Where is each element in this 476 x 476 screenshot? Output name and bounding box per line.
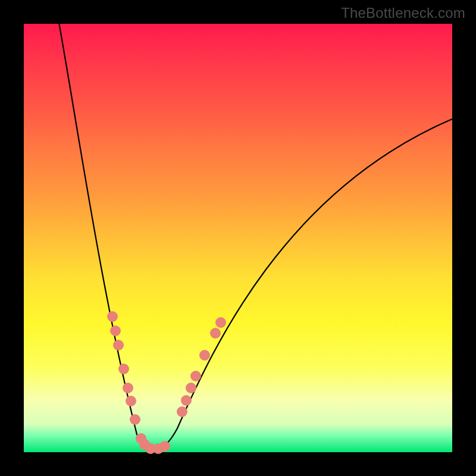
data-dot: [159, 441, 170, 452]
data-dot: [186, 383, 196, 393]
data-dot: [190, 371, 201, 381]
curve-svg: [24, 24, 452, 452]
plot-area: [24, 24, 452, 452]
data-dot: [130, 414, 140, 425]
chart-frame: TheBottleneck.com: [0, 0, 476, 476]
data-dot: [110, 325, 121, 336]
data-dot: [113, 340, 124, 350]
curve-left-branch: [58, 19, 154, 450]
data-dot: [126, 396, 136, 406]
data-dot: [118, 364, 129, 374]
data-dot: [199, 350, 210, 361]
data-dot: [215, 317, 226, 328]
data-dot: [107, 311, 118, 322]
watermark-text: TheBottleneck.com: [341, 5, 465, 21]
data-dot: [177, 406, 187, 417]
data-dot: [210, 328, 221, 339]
data-dot: [181, 395, 192, 406]
data-dot: [123, 383, 133, 393]
curve-right-branch: [154, 119, 452, 450]
